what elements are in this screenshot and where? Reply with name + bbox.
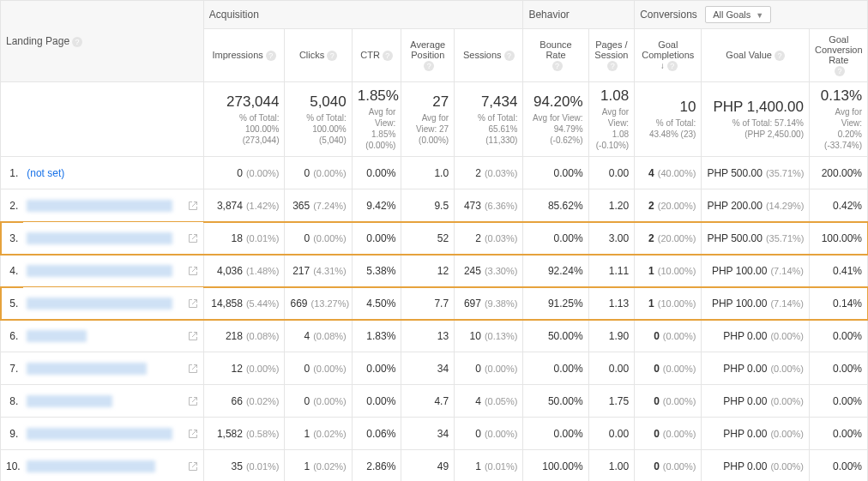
table-row[interactable]: 7.12(0.00%)0(0.00%)0.00%340(0.00%)0.00%0… — [1, 352, 868, 385]
landing-page-cell[interactable] — [23, 418, 203, 450]
cell-impressions: 66(0.02%) — [203, 385, 285, 418]
external-link-icon[interactable] — [188, 429, 198, 439]
redacted-text — [27, 395, 112, 407]
help-icon[interactable]: ? — [383, 51, 393, 61]
cell-impressions: 3,874(1.42%) — [203, 189, 285, 222]
col-landing-page[interactable]: Landing Page? — [1, 1, 204, 82]
col-ctr[interactable]: CTR? — [352, 29, 401, 82]
table-row[interactable]: 5.14,858(5.44%)669(13.27%)4.50%7.7697(9.… — [1, 287, 868, 320]
cell-goal-completions: 1(10.00%) — [635, 287, 702, 320]
cell-bounce-rate: 100.00% — [523, 450, 588, 481]
landing-page-cell[interactable] — [23, 189, 203, 222]
landing-page-cell[interactable]: (not set) — [23, 157, 203, 189]
table-row[interactable]: 8.66(0.02%)0(0.00%)0.00%4.74(0.05%)50.00… — [1, 385, 868, 418]
cell-bounce-rate: 0.00% — [523, 222, 588, 255]
cell-goal-completions: 0(0.00%) — [635, 450, 702, 481]
cell-sessions: 2(0.03%) — [455, 222, 523, 255]
summary-goal-conv-rate: 0.13% Avg for View: 0.20% (-33.74%) — [809, 82, 867, 157]
cell-avg-position: 49 — [401, 450, 455, 481]
help-icon[interactable]: ? — [266, 51, 276, 61]
landing-page-cell[interactable] — [23, 222, 203, 255]
summary-sessions: 7,434 % of Total: 65.61% (11,330) — [455, 82, 523, 157]
help-icon[interactable]: ? — [667, 61, 678, 71]
col-clicks[interactable]: Clicks? — [285, 29, 352, 82]
col-pages-per-session[interactable]: Pages / Session? — [588, 29, 635, 82]
row-index: 6. — [1, 320, 24, 352]
help-icon[interactable]: ? — [607, 61, 618, 71]
cell-pps: 0.00 — [588, 352, 635, 385]
help-icon[interactable]: ? — [775, 51, 785, 61]
landing-page-link[interactable]: (not set) — [27, 167, 64, 179]
cell-clicks: 0(0.00%) — [285, 222, 352, 255]
cell-sessions: 245(3.30%) — [455, 255, 523, 287]
landing-page-cell[interactable] — [23, 352, 203, 385]
cell-ctr: 9.42% — [352, 189, 401, 222]
external-link-icon[interactable] — [188, 461, 198, 472]
external-link-icon[interactable] — [188, 201, 198, 211]
cell-ctr: 0.00% — [352, 222, 401, 255]
cell-goal-value: PHP 500.00(35.71%) — [702, 222, 810, 255]
cell-clicks: 1(0.02%) — [285, 418, 352, 450]
cell-avg-position: 1.0 — [401, 157, 455, 189]
cell-goal-value: PHP 0.00(0.00%) — [702, 385, 810, 418]
conversions-picker[interactable]: All Goals▼ — [705, 6, 771, 23]
external-link-icon[interactable] — [188, 364, 198, 374]
cell-pps: 1.11 — [588, 255, 635, 287]
cell-goal-completions: 2(20.00%) — [635, 189, 702, 222]
landing-page-cell[interactable] — [23, 385, 203, 418]
landing-page-cell[interactable] — [23, 287, 203, 320]
cell-impressions: 14,858(5.44%) — [203, 287, 285, 320]
table-row[interactable]: 10.35(0.01%)1(0.02%)2.86%491(0.01%)100.0… — [1, 450, 868, 481]
table-row[interactable]: 2.3,874(1.42%)365(7.24%)9.42%9.5473(6.36… — [1, 189, 868, 222]
cell-bounce-rate: 91.25% — [523, 287, 588, 320]
cell-impressions: 218(0.08%) — [203, 320, 285, 352]
table-row[interactable]: 1.(not set)0(0.00%)0(0.00%)0.00%1.02(0.0… — [1, 157, 868, 189]
cell-sessions: 2(0.03%) — [455, 157, 523, 189]
external-link-icon[interactable] — [188, 298, 198, 309]
col-bounce-rate[interactable]: Bounce Rate? — [523, 29, 588, 82]
table-row[interactable]: 6.218(0.08%)4(0.08%)1.83%1310(0.13%)50.0… — [1, 320, 868, 352]
help-icon[interactable]: ? — [835, 66, 845, 76]
redacted-text — [27, 363, 147, 375]
cell-clicks: 217(4.31%) — [285, 255, 352, 287]
help-icon[interactable]: ? — [504, 51, 515, 61]
col-avg-position[interactable]: Average Position? — [401, 29, 455, 82]
cell-goal-completions: 1(10.00%) — [635, 255, 702, 287]
external-link-icon[interactable] — [188, 266, 198, 276]
landing-pages-table: Landing Page? Acquisition Behavior Conve… — [0, 0, 868, 481]
table-row[interactable]: 9.1,582(0.58%)1(0.02%)0.06%340(0.00%)0.0… — [1, 418, 868, 450]
col-sessions[interactable]: Sessions? — [455, 29, 523, 82]
col-impressions[interactable]: Impressions? — [203, 29, 285, 82]
col-goal-completions[interactable]: Goal Completions↓? — [635, 29, 702, 82]
cell-goal-conv-rate: 100.00% — [809, 222, 867, 255]
external-link-icon[interactable] — [188, 331, 198, 341]
summary-pps: 1.08 Avg for View: 1.08 (-0.10%) — [588, 82, 635, 157]
col-goal-conv-rate[interactable]: Goal Conversion Rate? — [809, 29, 867, 82]
cell-bounce-rate: 92.24% — [523, 255, 588, 287]
cell-avg-position: 52 — [401, 222, 455, 255]
help-icon[interactable]: ? — [424, 61, 434, 71]
external-link-icon[interactable] — [188, 396, 198, 406]
cell-clicks: 0(0.00%) — [285, 352, 352, 385]
col-goal-value[interactable]: Goal Value? — [702, 29, 810, 82]
cell-bounce-rate: 0.00% — [523, 418, 588, 450]
help-icon[interactable]: ? — [327, 51, 337, 61]
cell-ctr: 0.00% — [352, 352, 401, 385]
help-icon[interactable]: ? — [552, 61, 563, 71]
redacted-text — [27, 428, 172, 440]
cell-impressions: 35(0.01%) — [203, 450, 285, 481]
cell-sessions: 10(0.13%) — [455, 320, 523, 352]
cell-impressions: 0(0.00%) — [203, 157, 285, 189]
cell-goal-value: PHP 200.00(14.29%) — [702, 189, 810, 222]
cell-pps: 1.20 — [588, 189, 635, 222]
table-row[interactable]: 3.18(0.01%)0(0.00%)0.00%522(0.03%)0.00%3… — [1, 222, 868, 255]
landing-page-cell[interactable] — [23, 450, 203, 481]
external-link-icon[interactable] — [188, 233, 198, 244]
landing-page-cell[interactable] — [23, 255, 203, 287]
table-row[interactable]: 4.4,036(1.48%)217(4.31%)5.38%12245(3.30%… — [1, 255, 868, 287]
landing-page-cell[interactable] — [23, 320, 203, 352]
summary-impressions: 273,044 % of Total: 100.00% (273,044) — [203, 82, 285, 157]
help-icon[interactable]: ? — [72, 37, 82, 47]
cell-clicks: 365(7.24%) — [285, 189, 352, 222]
cell-ctr: 0.00% — [352, 385, 401, 418]
